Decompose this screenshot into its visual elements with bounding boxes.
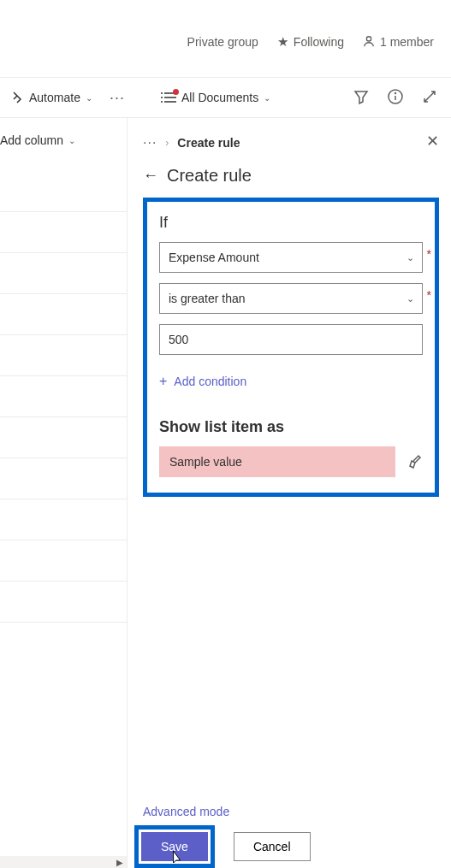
chevron-down-icon: ⌄ — [406, 252, 414, 263]
expand-icon[interactable] — [422, 89, 437, 107]
following-indicator[interactable]: ★ Following — [277, 34, 344, 50]
show-list-item-label: Show list item as — [159, 418, 423, 436]
scroll-right-icon: ▶ — [116, 858, 123, 867]
automate-label: Automate — [29, 91, 80, 104]
chevron-right-icon: › — [165, 137, 169, 149]
chevron-down-icon: ⌄ — [68, 136, 75, 145]
add-column-button[interactable]: Add column ⌄ — [0, 118, 127, 147]
add-column-label: Add column — [0, 133, 63, 147]
column-select-value: Expense Amount — [169, 251, 259, 264]
save-button[interactable]: Save — [141, 832, 208, 861]
plus-icon: + — [159, 374, 167, 389]
view-selector[interactable]: All Documents ⌄ — [156, 87, 276, 108]
back-icon[interactable]: ← — [143, 167, 158, 185]
following-label: Following — [294, 35, 344, 49]
required-indicator: * — [427, 247, 431, 261]
operator-select-value: is greater than — [169, 292, 246, 305]
breadcrumb: ··· › Create rule — [143, 135, 439, 151]
list-row[interactable] — [0, 212, 127, 253]
person-icon — [363, 35, 375, 50]
list-row[interactable] — [0, 171, 127, 212]
list-row[interactable] — [0, 335, 127, 376]
list-row[interactable] — [0, 499, 127, 540]
breadcrumb-current: Create rule — [177, 136, 240, 150]
list-row[interactable] — [0, 540, 127, 582]
advanced-mode-link[interactable]: Advanced mode — [143, 805, 229, 818]
required-indicator: * — [427, 288, 431, 302]
page-title: Create rule — [167, 166, 252, 186]
automate-icon — [10, 91, 24, 104]
value-input[interactable] — [159, 324, 423, 355]
column-select[interactable]: Expense Amount ⌄ — [159, 242, 423, 273]
close-icon[interactable]: ✕ — [426, 132, 439, 151]
add-condition-label: Add condition — [174, 375, 246, 388]
member-count[interactable]: 1 member — [363, 35, 434, 50]
svg-point-9 — [395, 92, 396, 93]
svg-point-0 — [366, 36, 371, 40]
private-group-label: Private group — [187, 35, 258, 49]
more-actions-button[interactable]: ··· — [104, 89, 130, 107]
star-icon: ★ — [277, 34, 288, 50]
operator-select[interactable]: is greater than ⌄ — [159, 283, 423, 314]
cancel-button[interactable]: Cancel — [234, 832, 311, 861]
sample-value-chip: Sample value — [159, 446, 395, 477]
save-button-highlight: Save — [134, 825, 215, 868]
notification-dot — [173, 89, 179, 95]
horizontal-scrollbar[interactable]: ▶ — [0, 856, 127, 868]
list-row[interactable] — [0, 376, 127, 417]
chevron-down-icon: ⌄ — [264, 93, 270, 103]
format-icon[interactable] — [407, 453, 423, 471]
list-view-icon — [161, 92, 176, 103]
rule-condition-highlight: If Expense Amount ⌄ * is greater than ⌄ … — [143, 198, 439, 497]
list-row[interactable] — [0, 582, 127, 623]
view-label: All Documents — [181, 91, 258, 104]
member-count-label: 1 member — [380, 35, 434, 49]
cursor-icon — [169, 850, 183, 867]
filter-icon[interactable] — [353, 89, 369, 107]
list-row[interactable] — [0, 458, 127, 499]
add-condition-button[interactable]: + Add condition — [159, 374, 423, 389]
if-label: If — [159, 214, 423, 232]
chevron-down-icon: ⌄ — [86, 93, 92, 103]
list-row[interactable] — [0, 253, 127, 294]
automate-button[interactable]: Automate ⌄ — [5, 87, 98, 108]
list-row[interactable] — [0, 417, 127, 458]
chevron-down-icon: ⌄ — [406, 293, 414, 304]
breadcrumb-more-icon[interactable]: ··· — [143, 135, 157, 151]
list-row[interactable] — [0, 294, 127, 335]
info-icon[interactable] — [388, 89, 403, 107]
